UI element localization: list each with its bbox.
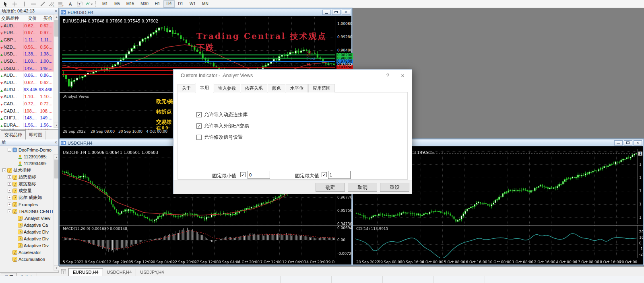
expand-icon[interactable]: +	[8, 175, 11, 179]
dialog-tab-3[interactable]: 输入参数	[214, 84, 240, 92]
timeframe-M1[interactable]: M1	[99, 1, 111, 7]
timeframe-W1[interactable]: W1	[186, 1, 199, 7]
reset-button[interactable]: 重设	[380, 183, 409, 192]
timeframe-M30[interactable]: M30	[137, 1, 151, 7]
market-watch-row[interactable]: USD...1.38...1.38...	[0, 51, 59, 58]
eurusd-window-titlebar[interactable]: EURUSD,H4	[60, 9, 351, 16]
market-watch-row[interactable]: AUD...0.62...0.62...	[0, 79, 59, 86]
tree-item-[interactable]: -f技术指标	[0, 167, 54, 174]
market-watch-row[interactable]: CAD...0.72...0.72...	[0, 100, 59, 107]
window-list-icon[interactable]	[61, 269, 66, 274]
column-header[interactable]: 交易品种	[0, 15, 23, 21]
close-icon[interactable]	[634, 140, 642, 146]
close-icon[interactable]: ×	[401, 72, 405, 79]
fixed-maximum-checkbox[interactable]: ✓	[322, 172, 327, 177]
arrows-icon[interactable]	[84, 0, 93, 8]
tree-item-accumulation[interactable]: fAccumulation	[0, 256, 54, 262]
horizontal-line-icon[interactable]	[29, 0, 38, 8]
market-watch-row[interactable]: CHFJ...148....149....	[0, 114, 59, 121]
cancel-button[interactable]: 取消	[348, 183, 377, 192]
tree-item-accelerator[interactable]: fAccelerator	[0, 249, 54, 256]
minimize-icon[interactable]	[322, 10, 331, 15]
market-watch-row[interactable]: CADJ...108....108....	[0, 107, 59, 115]
market-watch-row[interactable]: NZD...0.56...0.56...	[0, 43, 59, 51]
tree-item-adaptive-div[interactable]: fAdaptive Div	[0, 242, 54, 249]
tree-item-analyst-view[interactable]: f.Analyst View	[0, 215, 54, 221]
ok-button[interactable]: 确定	[316, 183, 345, 192]
expand-icon[interactable]: +	[8, 182, 11, 186]
fibonacci-icon[interactable]: F	[56, 0, 66, 8]
chart-tab-eurusd-h4[interactable]: EURUSD,H4	[68, 268, 103, 276]
expand-icon[interactable]: +	[8, 196, 11, 199]
checkbox-unchecked-icon[interactable]	[196, 135, 202, 140]
fixed-maximum-input[interactable]	[328, 171, 351, 179]
dialog-tab-1[interactable]: 关于	[178, 84, 195, 92]
collapse-icon[interactable]: -	[2, 168, 6, 172]
tree-item-trading-centi[interactable]: -fTRADING CENTI	[0, 208, 54, 215]
market-watch-row[interactable]: EURA...1.56...1.56...	[0, 121, 59, 129]
market-watch-row[interactable]: GBP...1.11...1.11...	[0, 36, 59, 43]
close-icon[interactable]	[342, 10, 350, 15]
fixed-minimum-checkbox[interactable]: ✓	[240, 172, 246, 177]
tree-item-[interactable]: +f趋势指标	[0, 174, 54, 180]
dialog-tab-4[interactable]: 依存关系	[241, 84, 267, 92]
timeframe-H4[interactable]: H4	[163, 0, 175, 8]
column-header[interactable]: 买价	[38, 15, 54, 21]
tree-item-[interactable]: +f震荡指标	[0, 180, 54, 187]
text-icon[interactable]: A	[66, 0, 75, 8]
close-icon[interactable]: ×	[55, 140, 57, 145]
market-watch-tab-2[interactable]: 即时图	[26, 131, 46, 139]
equidistant-channel-icon[interactable]: E	[47, 0, 56, 8]
market-watch-row[interactable]: AUD...0.86...0.86...	[0, 72, 59, 79]
vertical-line-icon[interactable]	[19, 0, 29, 8]
cursor-icon[interactable]	[1, 0, 10, 8]
timeframe-M5[interactable]: M5	[111, 1, 123, 7]
maximize-icon[interactable]	[624, 140, 632, 146]
expand-icon[interactable]: +	[8, 189, 11, 193]
fixed-minimum-input[interactable]	[248, 171, 270, 179]
maximize-icon[interactable]	[332, 10, 341, 15]
market-watch-row[interactable]: EUR...0.97...0.97...	[0, 29, 59, 37]
close-icon[interactable]: ×	[55, 9, 57, 13]
tree-item-[interactable]: +f成交量	[0, 187, 54, 194]
tree-item-112393469[interactable]: 112393469:	[0, 160, 54, 167]
market-watch-scrollbar[interactable]: ▲▼	[54, 14, 59, 128]
collapse-icon[interactable]: -	[8, 148, 11, 152]
minimize-icon[interactable]	[614, 140, 623, 146]
chart-tab-usdjpy-h4[interactable]: USDJPY,H4	[136, 269, 168, 276]
trendline-icon[interactable]	[38, 0, 47, 8]
timeframe-H1[interactable]: H1	[152, 1, 163, 7]
tree-item-dooprime-demo[interactable]: -DooPrime-Demo	[0, 146, 54, 153]
scroll-thumb[interactable]	[54, 20, 59, 37]
column-header[interactable]: 卖价	[23, 15, 38, 21]
market-watch-row[interactable]: USDJ...149....149....	[0, 65, 59, 72]
tree-item-adaptive-ca[interactable]: fAdaptive Ca	[0, 221, 54, 228]
scroll-thumb[interactable]	[54, 160, 59, 178]
tree-item-adaptive-div[interactable]: fAdaptive Div	[0, 228, 54, 235]
timeframe-M15[interactable]: M15	[123, 1, 137, 7]
navigator-scrollbar[interactable]: ▲▼	[54, 154, 59, 271]
market-watch-row[interactable]: USD...1.00...1.00...	[0, 57, 59, 65]
dialog-tab-7[interactable]: 应用范围	[308, 84, 335, 92]
tree-item-112391985[interactable]: 112391985:	[0, 153, 54, 160]
expand-icon[interactable]: +	[8, 203, 11, 206]
market-watch-row[interactable]: AUD...1.10...1.10...	[0, 93, 59, 100]
dialog-titlebar[interactable]: Custom Indicator - .Analyst Views ? ×	[173, 70, 412, 82]
text-label-icon[interactable]: T	[75, 0, 84, 8]
checkbox-checked-icon[interactable]: ✓	[196, 112, 202, 117]
help-icon[interactable]: ?	[386, 72, 389, 78]
dialog-tab-5[interactable]: 颜色	[268, 84, 285, 92]
tree-item-[interactable]: +f比尔 威廉姆	[0, 194, 54, 201]
market-watch-row[interactable]: AUD...0.62...0.62...	[0, 22, 59, 29]
crosshair-icon[interactable]	[10, 0, 19, 8]
checkbox-checked-icon[interactable]: ✓	[196, 123, 202, 129]
collapse-icon[interactable]: -	[8, 209, 11, 213]
market-watch-tab-1[interactable]: 交易品种	[1, 130, 26, 139]
chart-tab-usdchf-h4[interactable]: USDCHF,H4	[103, 269, 136, 276]
tree-item-examples[interactable]: +fExamples	[0, 201, 54, 208]
market-watch-row[interactable]: AUDJ...93.44593.466	[0, 86, 59, 93]
timeframe-D1[interactable]: D1	[175, 1, 186, 7]
dialog-tab-2[interactable]: 常用	[196, 83, 213, 92]
timeframe-MN[interactable]: MN	[199, 1, 212, 7]
tree-item-adaptive-div[interactable]: fAdaptive Div	[0, 235, 54, 242]
